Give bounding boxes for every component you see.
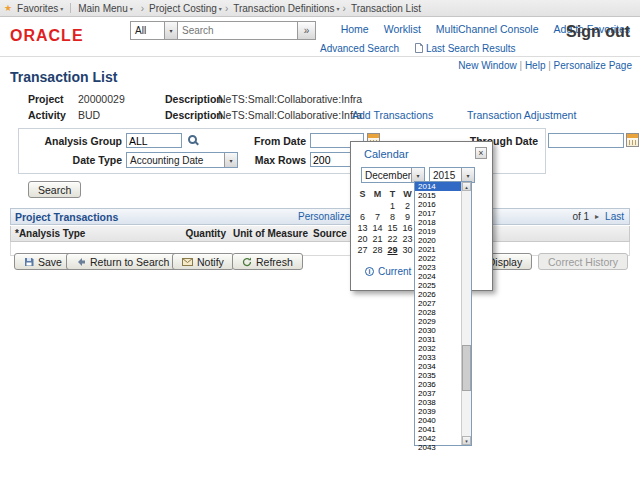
page-links: New WindowHelpPersonalize Page (458, 60, 632, 71)
document-icon (415, 43, 423, 53)
calendar-date-cell[interactable] (355, 200, 370, 211)
project-transactions-section-header: Project Transactions Personalize | of 1 … (10, 208, 630, 225)
page-link[interactable]: New Window (458, 60, 525, 71)
scroll-up-icon[interactable] (462, 182, 471, 191)
grid-pager: of 1 Last (572, 211, 624, 222)
day-header: M (370, 188, 385, 199)
through-date-input[interactable] (548, 133, 624, 148)
close-icon[interactable]: × (475, 147, 487, 159)
search-go-button[interactable]: » (298, 21, 316, 40)
calendar-date-cell[interactable]: 28 (370, 244, 385, 255)
day-header: W (400, 188, 415, 199)
notify-label: Notify (197, 256, 224, 268)
calendar-date-cell[interactable]: 9 (400, 211, 415, 222)
top-nav-link[interactable]: Home (341, 23, 369, 35)
advanced-search-link[interactable]: Advanced Search (320, 43, 399, 54)
breadcrumb-item[interactable]: Transaction List (340, 3, 422, 14)
sign-out-link[interactable]: Sign out (566, 23, 630, 41)
activity-value: BUD (78, 109, 100, 121)
page-link[interactable]: Personalize Page (554, 60, 632, 71)
notify-button[interactable]: Notify (172, 253, 234, 270)
menu-main-menu[interactable]: Main Menu (78, 3, 132, 14)
top-nav-link[interactable]: Worklist (384, 23, 421, 35)
chevron-down-icon[interactable] (224, 153, 237, 167)
date-type-select[interactable]: Accounting Date (126, 152, 238, 168)
return-to-search-label: Return to Search (90, 256, 169, 268)
pager-last-link[interactable]: Last (605, 211, 624, 222)
search-button[interactable]: Search (28, 181, 81, 198)
project-description-label: Description (165, 93, 223, 105)
search-input[interactable] (178, 21, 298, 40)
date-type-label: Date Type (30, 154, 122, 166)
transaction-adjustment-link[interactable]: Transaction Adjustment (467, 109, 576, 121)
app-header: ORACLE All » Advanced Search Last Search… (0, 18, 640, 56)
project-description-value: NeTS:Small:Collaborative:Infra (218, 93, 362, 105)
calendar-date-cell[interactable]: 15 (385, 222, 400, 233)
oracle-logo: ORACLE (10, 27, 84, 45)
grid-column-header-row: *Analysis Type Quantity Unit of Measure … (10, 226, 630, 242)
year-list-scrollbar[interactable] (461, 182, 471, 445)
section-title: Project Transactions (11, 211, 118, 223)
column-quantity[interactable]: Quantity (171, 228, 226, 239)
breadcrumb-item-label: Transaction Definitions (233, 3, 334, 14)
pager-count: of 1 (572, 211, 589, 222)
lookup-magnifier-icon[interactable] (188, 135, 197, 144)
analysis-group-label: Analysis Group (30, 135, 122, 147)
search-scope-value: All (131, 25, 164, 36)
calendar-date-cell[interactable] (370, 200, 385, 211)
through-date-calendar-icon[interactable] (626, 133, 639, 147)
menu-favorites[interactable]: Favorites (17, 3, 63, 14)
menu-favorites-label: Favorites (17, 3, 58, 14)
calendar-date-cell[interactable]: 16 (400, 222, 415, 233)
envelope-icon (182, 258, 193, 266)
calendar-month-value: December (362, 170, 411, 181)
calendar-date-cell[interactable]: 23 (400, 233, 415, 244)
column-analysis-type[interactable]: *Analysis Type (15, 228, 85, 239)
return-to-search-button[interactable]: Return to Search (66, 253, 179, 270)
calendar-date-cell[interactable]: 8 (385, 211, 400, 222)
search-scope-select[interactable]: All (130, 21, 178, 40)
menu-main-menu-label: Main Menu (78, 3, 127, 14)
calendar-date-cell[interactable]: 27 (355, 244, 370, 255)
back-arrow-icon (76, 257, 86, 267)
column-unit-of-measure[interactable]: Unit of Measure (233, 228, 308, 239)
calendar-date-cell[interactable]: 20 (355, 233, 370, 244)
top-nav-link[interactable]: MultiChannel Console (436, 23, 539, 35)
calendar-date-cell[interactable]: 21 (370, 233, 385, 244)
activity-description-label: Description (165, 109, 223, 121)
breadcrumb-item[interactable]: Project Costing (138, 3, 222, 14)
breadcrumb-item[interactable]: Transaction Definitions (222, 3, 340, 14)
project-value: 20000029 (78, 93, 125, 105)
calendar-date-cell[interactable]: 1 (385, 200, 400, 211)
last-search-results-link[interactable]: Last Search Results (415, 43, 516, 54)
scrollbar-thumb[interactable] (462, 345, 471, 391)
calendar-date-cell[interactable]: 29 (385, 244, 400, 255)
analysis-group-input[interactable] (126, 133, 182, 148)
calendar-date-cell[interactable]: 2 (400, 200, 415, 211)
day-header: T (385, 188, 400, 199)
project-label: Project (28, 93, 64, 105)
chevron-down-icon[interactable] (411, 168, 424, 182)
calendar-date-cell[interactable]: 7 (370, 211, 385, 222)
calendar-date-cell[interactable]: 6 (355, 211, 370, 222)
page-link[interactable]: Help (525, 60, 554, 71)
chevron-down-icon[interactable] (461, 168, 474, 182)
calendar-date-cell[interactable]: 22 (385, 233, 400, 244)
personalize-link[interactable]: Personalize | (298, 211, 356, 222)
refresh-button[interactable]: Refresh (232, 253, 303, 270)
next-page-icon[interactable] (595, 212, 599, 221)
breadcrumb-item-label: Transaction List (351, 3, 421, 14)
calendar-title: Calendar (364, 148, 409, 160)
chevron-down-icon[interactable] (164, 22, 177, 39)
calendar-date-cell[interactable]: 14 (370, 222, 385, 233)
calendar-date-cell[interactable]: 30 (400, 244, 415, 255)
calendar-date-cell[interactable]: 13 (355, 222, 370, 233)
activity-label: Activity (28, 109, 66, 121)
column-source[interactable]: Source (313, 228, 347, 239)
save-button[interactable]: Save (14, 253, 72, 270)
correct-history-button: Correct History (538, 253, 628, 270)
scroll-down-icon[interactable] (462, 436, 471, 445)
add-transactions-link[interactable]: Add Transactions (352, 109, 433, 121)
global-search-bar: All » (130, 21, 316, 40)
last-search-results-label: Last Search Results (426, 43, 516, 54)
